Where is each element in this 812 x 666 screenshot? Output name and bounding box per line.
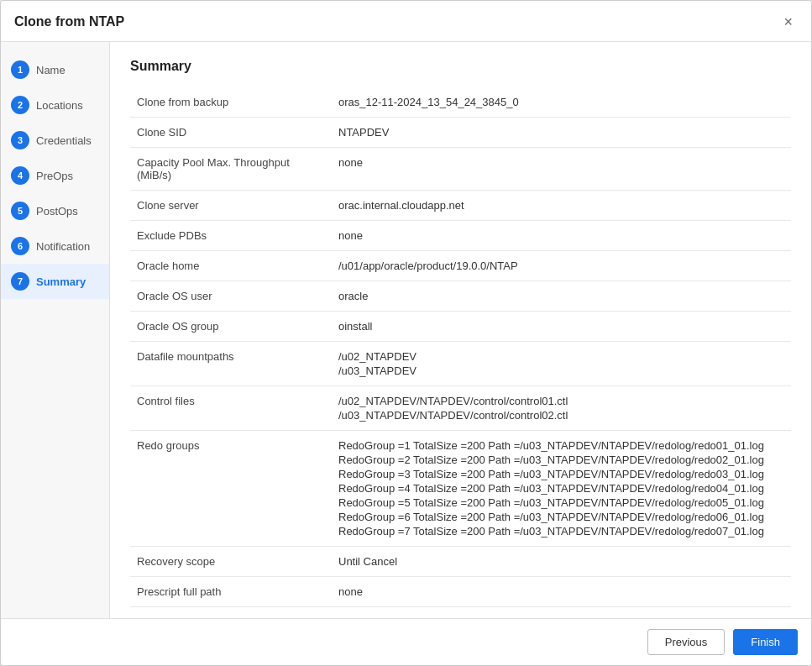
finish-button[interactable]: Finish: [733, 629, 798, 655]
row-label: Prescript arguments: [130, 607, 332, 619]
sidebar-label-notification: Notification: [36, 240, 90, 253]
row-value-item: RedoGroup =4 TotalSize =200 Path =/u03_N…: [338, 482, 784, 495]
row-value: none: [332, 148, 791, 191]
step-badge-3: 3: [11, 131, 29, 149]
sidebar-label-credentials: Credentials: [36, 134, 92, 147]
table-row: Control files/u02_NTAPDEV/NTAPDEV/contro…: [130, 386, 791, 431]
previous-button[interactable]: Previous: [647, 629, 726, 655]
row-value-item: RedoGroup =5 TotalSize =200 Path =/u03_N…: [338, 496, 784, 509]
sidebar: 1 Name 2 Locations 3 Credentials 4 PreOp…: [1, 42, 110, 618]
table-row: Clone from backuporas_12-11-2024_13_54_2…: [130, 87, 791, 118]
sidebar-item-notification[interactable]: 6 Notification: [1, 228, 109, 264]
row-label: Exclude PDBs: [130, 221, 332, 251]
row-label: Oracle OS user: [130, 281, 332, 312]
table-row: Clone SIDNTAPDEV: [130, 118, 791, 148]
sidebar-item-summary[interactable]: 7 Summary: [1, 264, 109, 299]
table-row: Clone serverorac.internal.cloudapp.net: [130, 191, 791, 221]
step-badge-4: 4: [11, 166, 29, 185]
table-row: Redo groupsRedoGroup =1 TotalSize =200 P…: [130, 431, 791, 547]
clone-dialog: Clone from NTAP × 1 Name 2 Locations 3 C…: [0, 0, 812, 666]
row-label: Clone SID: [130, 118, 332, 148]
row-value-item: RedoGroup =1 TotalSize =200 Path =/u03_N…: [338, 439, 784, 452]
table-row: Oracle OS useroracle: [130, 281, 791, 312]
row-value: /u01/app/oracle/product/19.0.0/NTAP: [332, 251, 791, 281]
sidebar-label-preops: PreOps: [36, 170, 73, 182]
row-value: /u02_NTAPDEV/u03_NTAPDEV: [332, 342, 791, 386]
row-label: Oracle home: [130, 251, 332, 281]
row-value-item: RedoGroup =2 TotalSize =200 Path =/u03_N…: [338, 454, 784, 466]
dialog-header: Clone from NTAP ×: [1, 1, 811, 42]
row-label: Prescript full path: [130, 577, 332, 607]
row-label: Recovery scope: [130, 547, 332, 577]
sidebar-item-postops[interactable]: 5 PostOps: [1, 193, 109, 228]
row-value-item: RedoGroup =6 TotalSize =200 Path =/u03_N…: [338, 511, 784, 523]
step-badge-1: 1: [11, 60, 29, 79]
row-value: none: [332, 221, 791, 251]
step-badge-7: 7: [11, 272, 29, 291]
row-value: none: [332, 577, 791, 607]
step-badge-5: 5: [11, 202, 29, 220]
row-label: Control files: [130, 386, 332, 431]
row-value: orac.internal.cloudapp.net: [332, 191, 791, 221]
summary-table: Clone from backuporas_12-11-2024_13_54_2…: [130, 87, 791, 618]
row-label: Clone from backup: [130, 87, 332, 118]
row-value-item: /u03_NTAPDEV: [338, 364, 784, 377]
row-value: /u02_NTAPDEV/NTAPDEV/control/control01.c…: [332, 386, 791, 431]
step-badge-6: 6: [11, 237, 29, 255]
table-row: Prescript full pathnone: [130, 577, 791, 607]
row-label: Oracle OS group: [130, 312, 332, 342]
table-row: Oracle home/u01/app/oracle/product/19.0.…: [130, 251, 791, 281]
sidebar-item-preops[interactable]: 4 PreOps: [1, 158, 109, 193]
row-value: Until Cancel: [332, 547, 791, 577]
row-label: Clone server: [130, 191, 332, 221]
row-value: [332, 607, 791, 619]
dialog-footer: Previous Finish: [1, 618, 811, 665]
row-label: Redo groups: [130, 431, 332, 547]
table-row: Capacity Pool Max. Throughput (MiB/s)non…: [130, 148, 791, 191]
sidebar-label-summary: Summary: [36, 275, 86, 288]
sidebar-item-name[interactable]: 1 Name: [1, 52, 109, 87]
row-label: Capacity Pool Max. Throughput (MiB/s): [130, 148, 332, 191]
row-value: NTAPDEV: [332, 118, 791, 148]
row-value: oracle: [332, 281, 791, 312]
row-value-item: RedoGroup =3 TotalSize =200 Path =/u03_N…: [338, 468, 784, 480]
sidebar-item-credentials[interactable]: 3 Credentials: [1, 123, 109, 158]
row-value: RedoGroup =1 TotalSize =200 Path =/u03_N…: [332, 431, 791, 547]
section-title: Summary: [130, 59, 791, 74]
close-button[interactable]: ×: [778, 13, 798, 31]
dialog-body: 1 Name 2 Locations 3 Credentials 4 PreOp…: [1, 42, 811, 618]
table-row: Oracle OS groupoinstall: [130, 312, 791, 342]
sidebar-label-locations: Locations: [36, 99, 83, 112]
sidebar-label-name: Name: [36, 64, 65, 76]
sidebar-item-locations[interactable]: 2 Locations: [1, 87, 109, 123]
row-value: oinstall: [332, 312, 791, 342]
main-content: Summary Clone from backuporas_12-11-2024…: [110, 42, 811, 618]
step-badge-2: 2: [11, 96, 29, 114]
row-label: Datafile mountpaths: [130, 342, 332, 386]
table-row: Datafile mountpaths/u02_NTAPDEV/u03_NTAP…: [130, 342, 791, 386]
table-row: Exclude PDBsnone: [130, 221, 791, 251]
row-value-item: /u02_NTAPDEV: [338, 350, 784, 363]
sidebar-label-postops: PostOps: [36, 205, 78, 218]
row-value-item: RedoGroup =7 TotalSize =200 Path =/u03_N…: [338, 525, 784, 538]
table-row: Prescript arguments: [130, 607, 791, 619]
row-value-item: /u03_NTAPDEV/NTAPDEV/control/control02.c…: [338, 409, 784, 422]
content-area: Summary Clone from backuporas_12-11-2024…: [110, 42, 811, 618]
table-row: Recovery scopeUntil Cancel: [130, 547, 791, 577]
row-value-item: /u02_NTAPDEV/NTAPDEV/control/control01.c…: [338, 395, 784, 407]
row-value: oras_12-11-2024_13_54_24_3845_0: [332, 87, 791, 118]
dialog-title: Clone from NTAP: [14, 14, 124, 29]
